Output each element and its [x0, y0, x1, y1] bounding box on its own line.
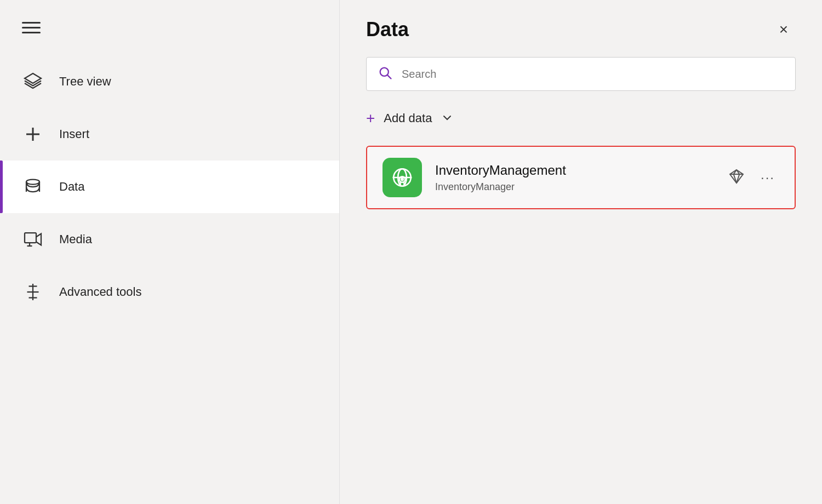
sidebar-item-media[interactable]: Media: [0, 213, 339, 266]
hamburger-icon[interactable]: [22, 22, 41, 33]
panel-title: Data: [366, 18, 409, 41]
panel-header: Data ×: [366, 18, 796, 42]
sidebar-item-label-media: Media: [59, 232, 92, 247]
sidebar-item-data[interactable]: Data: [0, 161, 339, 213]
diamond-icon: [728, 168, 745, 187]
sidebar: Tree view Insert: [0, 0, 340, 504]
svg-point-19: [401, 179, 403, 181]
svg-point-3: [26, 180, 39, 185]
data-card-inventory-management[interactable]: InventoryManagement InventoryManager ···: [366, 146, 796, 209]
add-data-plus-icon: +: [366, 111, 375, 126]
close-button[interactable]: ×: [772, 18, 796, 42]
data-card-icon: [383, 158, 422, 197]
data-card-subtitle: InventoryManager: [435, 181, 715, 193]
more-options-button[interactable]: ···: [756, 168, 779, 187]
sidebar-item-label-tree-view: Tree view: [59, 75, 111, 89]
data-card-info: InventoryManagement InventoryManager: [435, 163, 715, 193]
sidebar-item-tree-view[interactable]: Tree view: [0, 55, 339, 108]
search-icon: [378, 65, 393, 83]
svg-marker-22: [730, 170, 743, 183]
layers-icon: [22, 71, 44, 93]
data-card-actions: ···: [728, 168, 779, 187]
sidebar-item-label-data: Data: [59, 180, 84, 194]
svg-rect-6: [25, 233, 36, 243]
data-card-name: InventoryManagement: [435, 163, 715, 178]
sidebar-item-label-insert: Insert: [59, 127, 89, 141]
hamburger-menu[interactable]: [0, 13, 339, 55]
data-icon: [22, 176, 44, 198]
sidebar-item-label-advanced-tools: Advanced tools: [59, 285, 141, 299]
sidebar-item-insert[interactable]: Insert: [0, 108, 339, 161]
sidebar-nav: Tree view Insert: [0, 55, 339, 504]
tools-icon: [22, 281, 44, 303]
data-panel: Data × + Add data: [340, 0, 822, 504]
media-icon: [22, 228, 44, 250]
search-bar: [366, 57, 796, 91]
plus-icon: [22, 123, 44, 145]
search-input[interactable]: [402, 68, 784, 81]
add-data-button[interactable]: + Add data: [366, 106, 796, 130]
chevron-down-icon: [441, 111, 454, 126]
sidebar-item-advanced-tools[interactable]: Advanced tools: [0, 266, 339, 318]
svg-line-14: [387, 75, 391, 78]
add-data-label: Add data: [384, 111, 432, 125]
